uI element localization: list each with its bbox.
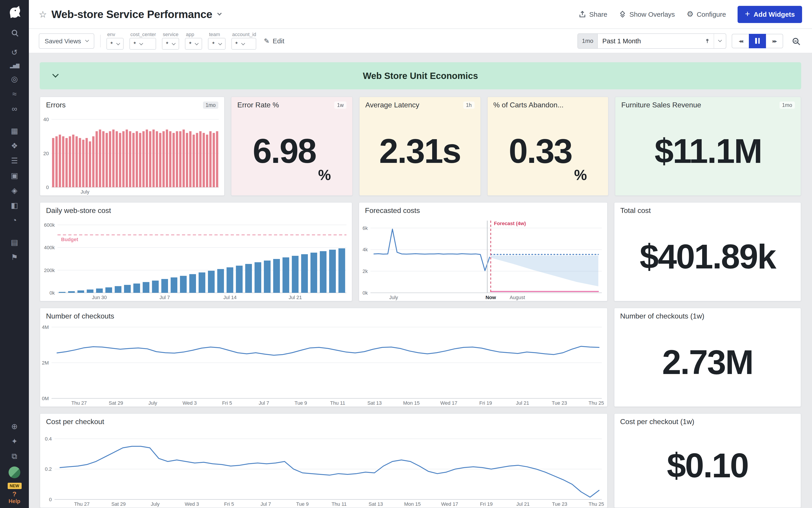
pause-button[interactable] [749,34,766,48]
logs-icon[interactable]: ☰ [11,157,18,165]
plug-icon[interactable]: ⊕ [11,423,18,430]
svg-text:Mon 15: Mon 15 [404,501,421,507]
widget-title: Average Latency [366,101,420,109]
share-button[interactable]: Share [579,10,607,18]
service-dropdown[interactable]: * [162,38,179,50]
svg-text:Jul 21: Jul 21 [516,400,529,406]
apm-icon[interactable]: ◈ [11,187,17,195]
metrics-icon[interactable]: ▂▅▇ [10,64,19,68]
widget-average-latency: Average Latency 1h 2.31s [359,96,481,196]
checkouts-chart[interactable]: 0M2M4MThu 27Sat 29JulyWed 3Fri 5Jul 7Tue… [40,323,607,407]
fast-forward-button[interactable]: ▸▸ [766,34,783,48]
security-icon[interactable]: ◧ [11,202,18,209]
query-value[interactable]: $0.10 [614,428,801,508]
network-icon[interactable]: ❖ [11,142,18,150]
svg-text:6k: 6k [362,225,368,231]
synthetics-icon[interactable]: ◔ [12,217,17,224]
timeframe-badge: 1mo [203,101,218,109]
avatar[interactable] [9,466,20,478]
pin-icon[interactable] [704,38,710,44]
svg-text:Jul 14: Jul 14 [223,295,237,300]
divider [100,35,100,47]
app: ↺ ▂▅▇ ◎ ≈ ∞ ▦ ❖ ☰ ▣ ◈ ◧ ◔ ▤ ⚑ ⊕ ✦ ⧉ NEW … [0,0,812,508]
svg-text:July: July [148,400,157,406]
cost-center-dropdown[interactable]: * [129,38,156,50]
svg-text:0k: 0k [362,290,368,296]
datadog-logo[interactable] [7,5,22,19]
widget-title: Number of checkouts [46,312,114,320]
errors-chart[interactable]: 02040July [40,112,224,195]
help-label[interactable]: Help [9,498,20,504]
sidebar-nav: ↺ ▂▅▇ ◎ ≈ ∞ ▦ ❖ ☰ ▣ ◈ ◧ ◔ ▤ ⚑ [0,29,29,419]
add-widgets-label: Add Widgets [754,10,795,18]
svg-text:Tue 23: Tue 23 [552,400,567,406]
playback-controls: ◂◂ ▸▸ [732,34,783,48]
app-dropdown[interactable]: * [185,38,202,50]
favorite-star-icon[interactable]: ☆ [39,9,47,19]
history-icon[interactable]: ↺ [11,49,18,56]
pause-icon [755,38,760,44]
widget-title: Furniture Sales Revenue [622,101,701,109]
svg-text:Jul 21: Jul 21 [516,501,529,507]
svg-text:Thu 27: Thu 27 [71,400,87,406]
rewind-button[interactable]: ◂◂ [732,34,749,48]
pencil-icon: ✎ [264,37,269,45]
widget-cost-per-checkout-1w: Cost per checkout (1w) $0.10 [614,413,801,508]
help-icon[interactable]: ? [12,490,16,498]
widget-total-cost: Total cost $401.89k [614,202,801,301]
integrations-icon[interactable]: ▣ [11,172,18,179]
svg-text:Jul 7: Jul 7 [260,501,271,507]
query-value[interactable]: 2.31s [359,112,480,195]
svg-text:0M: 0M [42,396,49,401]
zoom-out-button[interactable] [788,34,802,48]
svg-text:Thu 11: Thu 11 [330,400,345,406]
env-dropdown[interactable]: * [106,38,124,50]
title-chevron-down-icon[interactable] [217,11,221,15]
time-range-label: Past 1 Month [598,37,704,44]
widget-title: Number of checkouts (1w) [620,312,704,320]
query-value[interactable]: 6.98 % [231,112,352,195]
svg-text:Wed 3: Wed 3 [182,400,197,406]
watchdog-icon[interactable]: ◎ [11,75,18,83]
notebooks-icon[interactable]: ▤ [11,239,18,246]
time-range-picker[interactable]: 1mo Past 1 Month [578,33,726,48]
query-value[interactable]: 0.33 % [487,112,608,195]
widget-header: Number of checkouts (1w) [614,308,801,323]
var-label: account_id [232,32,256,37]
traces-icon[interactable]: ≈ [12,90,17,98]
query-value[interactable]: 2.73M [614,323,801,407]
group-banner-unit-economics[interactable]: Web Store Unit Economics [40,62,801,89]
svg-text:July: July [389,295,398,300]
saved-views-dropdown[interactable]: Saved Views [39,33,94,48]
time-range-chevron[interactable] [714,34,726,48]
cost-per-checkout-chart[interactable]: 00.20.4Thu 27Sat 29JulyWed 3Fri 5Jul 7Tu… [40,428,607,508]
chevron-down-icon [172,41,176,45]
share-icon [579,11,586,18]
team-dropdown[interactable]: * [208,38,225,50]
var-value: * [189,40,191,47]
new-badge: NEW [7,483,22,489]
svg-text:July: July [151,501,160,507]
svg-text:Fri 5: Fri 5 [222,400,232,406]
daily-cost-chart[interactable]: 0k200k400k600kBudgetJun 30Jul 7Jul 14Jul… [40,217,352,301]
configure-button[interactable]: ⚙ Configure [687,10,726,18]
widget-number-of-checkouts-1w: Number of checkouts (1w) 2.73M [614,308,801,407]
add-widgets-button[interactable]: + Add Widgets [738,6,802,23]
value: $0.10 [667,446,748,485]
incidents-icon[interactable]: ⚑ [11,254,18,261]
show-overlays-button[interactable]: Show Overlays [619,10,675,18]
forecasted-costs-chart[interactable]: 0k2k4k6kForecast (4w)JulyNowAugust [359,217,607,301]
overlays-icon [619,11,626,18]
sparkles-icon[interactable]: ✦ [11,438,18,445]
var-value: * [235,40,238,47]
edit-button[interactable]: ✎ Edit [264,37,285,45]
query-value[interactable]: $11.1M [615,112,801,195]
var-label: service [163,32,179,37]
search-icon[interactable] [12,30,17,35]
infrastructure-icon[interactable]: ▦ [11,127,18,135]
account-id-dropdown[interactable]: * [231,38,256,50]
unit: % [318,167,331,184]
layers-icon[interactable]: ⧉ [12,453,17,460]
binoculars-icon[interactable]: ∞ [12,105,17,113]
query-value[interactable]: $401.89k [614,217,801,301]
